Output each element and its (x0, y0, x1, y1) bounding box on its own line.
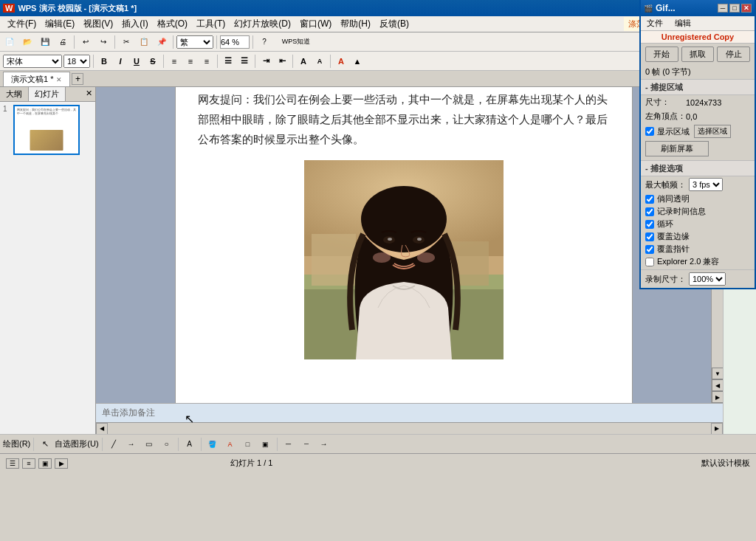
draw-line-btn[interactable]: ╱ (106, 436, 122, 452)
menu-slideshow[interactable]: 幻灯片放映(D) (230, 16, 295, 32)
print-btn[interactable]: 🖨 (55, 34, 71, 50)
draw-linestyle-btn[interactable]: ┄ (298, 436, 315, 452)
new-btn[interactable]: 📄 (1, 34, 18, 50)
slide-view-btn[interactable]: ▣ (38, 458, 52, 469)
timestamp-check[interactable] (645, 207, 654, 216)
tab-add-btn[interactable]: + (72, 73, 83, 85)
gif-panel-title: 🎬 Gif... ─ □ ✕ (641, 0, 755, 16)
gif-maximize-btn[interactable]: □ (729, 4, 740, 13)
gif-menu-file[interactable]: 文件 (641, 16, 669, 30)
gif-minimize-btn[interactable]: ─ (718, 4, 728, 13)
note-bar[interactable]: 单击添加备注 (96, 403, 723, 422)
increase-indent-btn[interactable]: ⇥ (258, 54, 273, 69)
gif-menu-edit[interactable]: 编辑 (669, 16, 697, 30)
decrease-indent-btn[interactable]: ⇤ (275, 54, 289, 69)
fps-select[interactable]: 3 fps (689, 178, 723, 191)
menu-format[interactable]: 格式(O) (153, 16, 192, 32)
align-right-btn[interactable]: ≡ (199, 54, 214, 69)
menu-help[interactable]: 帮助(H) (336, 16, 375, 32)
menu-edit[interactable]: 编辑(E) (41, 16, 79, 32)
open-btn[interactable]: 📂 (19, 34, 35, 50)
numbering-btn[interactable]: ☰ (237, 54, 252, 69)
font-family-select[interactable]: 宋体 (3, 55, 62, 68)
slide-center[interactable]: 网友提问：我们公司在例会上要一些活动，其中一个就是，在屏幕先出现某个人的头部照相… (96, 87, 711, 403)
align-center-btn[interactable]: ≡ (183, 54, 198, 69)
draw-linewidth-btn[interactable]: ─ (281, 436, 297, 452)
strikethrough-btn[interactable]: S (145, 54, 160, 69)
tab-presentation1[interactable]: 演示文稿1 * ✕ (3, 72, 70, 86)
underline-btn[interactable]: U (129, 54, 144, 69)
draw-fill-btn[interactable]: 🪣 (205, 436, 221, 452)
gif-start-btn[interactable]: 开始 (645, 46, 678, 62)
font-color-btn[interactable]: A (334, 54, 348, 69)
draw-fontcolor-btn[interactable]: A (222, 436, 238, 452)
h-scroll-track[interactable] (108, 423, 711, 435)
draw-shadow-btn[interactable]: □ (240, 436, 256, 452)
font-size-select[interactable]: 18 (63, 55, 90, 68)
font-size-small[interactable]: A (312, 54, 327, 69)
record-size-select[interactable]: 100% (689, 272, 726, 286)
scroll-extra-btn1[interactable]: ◀ (712, 379, 723, 391)
slide-thumb-area[interactable]: 1 网友提问：我们公司在例会上要一些活动，其中一个就是，在屏幕先出现某个 (0, 102, 95, 434)
scroll-left-btn[interactable]: ◀ (96, 423, 108, 435)
gif-close-btn[interactable]: ✕ (741, 4, 752, 13)
outline-tab[interactable]: 大纲 (0, 87, 29, 101)
highlight-btn[interactable]: ▲ (350, 54, 365, 69)
slide-item-1[interactable]: 1 网友提问：我们公司在例会上要一些活动，其中一个就是，在屏幕先出现某个 (3, 105, 92, 155)
slide-thumbnail[interactable]: 网友提问：我们公司在例会上要一些活动，其中一个就是，在屏幕先出现某个 (13, 105, 80, 155)
gif-capture-btn[interactable]: 抓取 (681, 46, 715, 62)
menu-view[interactable]: 视图(V) (79, 16, 117, 32)
menu-insert[interactable]: 插入(I) (117, 16, 152, 32)
bullet-btn[interactable]: ☰ (221, 54, 236, 69)
capture-options-title: - 捕捉选项 (641, 160, 755, 176)
save-btn[interactable]: 💾 (37, 34, 53, 50)
menu-feedback[interactable]: 反馈(B) (375, 16, 413, 32)
draw-rect-btn[interactable]: ▭ (141, 436, 157, 452)
slideshow-view-btn[interactable]: ▶ (55, 458, 68, 469)
draw-sep2 (102, 438, 103, 451)
gif-refresh-row: 刷新屏幕 (641, 139, 755, 158)
outline-view-btn[interactable]: ≡ (22, 458, 35, 469)
wps-online-btn[interactable]: WPS知道 (274, 34, 318, 50)
scroll-extra-btn2[interactable]: ▶ (712, 391, 723, 403)
transparent-check[interactable] (645, 195, 654, 204)
menu-window[interactable]: 窗口(W) (295, 16, 336, 32)
menu-file[interactable]: 文件(F) (3, 16, 41, 32)
cover-cursor-check[interactable] (645, 245, 654, 254)
zoom-select[interactable]: 繁 (176, 35, 213, 49)
normal-view-btn[interactable]: ☰ (6, 458, 19, 469)
gif-stop-btn[interactable]: 停止 (717, 46, 750, 62)
bold-btn[interactable]: B (97, 54, 111, 69)
menu-tools[interactable]: 工具(T) (192, 16, 230, 32)
help-btn[interactable]: ? (256, 34, 272, 50)
italic-btn[interactable]: I (113, 54, 128, 69)
copy-btn[interactable]: 📋 (136, 34, 152, 50)
cover-edge-check[interactable] (645, 232, 654, 241)
draw-textbox-btn[interactable]: A (182, 436, 198, 452)
align-left-btn[interactable]: ≡ (167, 54, 182, 69)
draw-3d-btn[interactable]: ▣ (258, 436, 274, 452)
show-region-label: 显示区域 (657, 126, 690, 137)
scroll-down-btn[interactable]: ▼ (712, 368, 723, 379)
redo-btn[interactable]: ↪ (95, 34, 111, 50)
zoom-input[interactable] (220, 35, 250, 49)
draw-arrow-btn[interactable]: → (123, 436, 140, 452)
show-region-check[interactable] (645, 127, 654, 136)
slide-canvas[interactable]: 网友提问：我们公司在例会上要一些活动，其中一个就是，在屏幕先出现某个人的头部照相… (175, 87, 633, 403)
h-scrollbar[interactable]: ◀ ▶ (96, 422, 723, 434)
panel-close-btn[interactable]: ✕ (83, 87, 95, 101)
draw-ellipse-btn[interactable]: ○ (159, 436, 175, 452)
paste-btn[interactable]: 📌 (154, 34, 170, 50)
explorer-compat-check[interactable] (645, 258, 654, 266)
cut-btn[interactable]: ✂ (118, 34, 134, 50)
tab-close-btn[interactable]: ✕ (56, 76, 62, 83)
refresh-screen-btn[interactable]: 刷新屏幕 (645, 141, 709, 156)
draw-cursor-btn[interactable]: ↖ (37, 436, 53, 452)
scroll-right-btn[interactable]: ▶ (711, 423, 723, 435)
font-size-large[interactable]: A (296, 54, 311, 69)
select-region-btn[interactable]: 选择区域 (694, 125, 731, 138)
slides-tab[interactable]: 幻灯片 (29, 87, 66, 101)
loop-check[interactable] (645, 220, 654, 229)
undo-btn[interactable]: ↩ (78, 34, 94, 50)
draw-arrowstyle-btn[interactable]: → (316, 436, 332, 452)
